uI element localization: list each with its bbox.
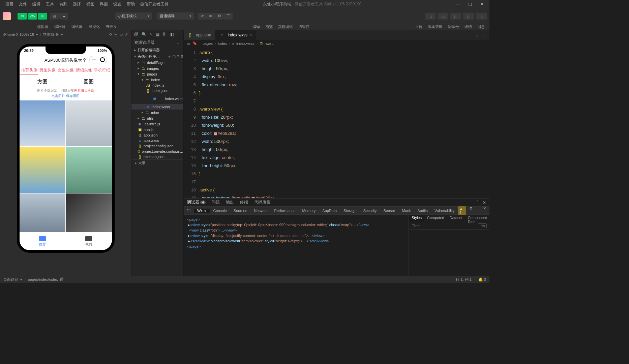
menu-编辑[interactable]: 编辑 bbox=[30, 0, 43, 8]
image-cell[interactable] bbox=[20, 100, 65, 146]
file-pcjson[interactable]: {}project.config.json bbox=[131, 143, 183, 149]
devtool-tab-network[interactable]: Network bbox=[250, 209, 271, 213]
refresh-icon[interactable]: ⟳ bbox=[198, 13, 206, 20]
more-icon[interactable]: … bbox=[177, 40, 181, 45]
minimize-button[interactable]: — bbox=[453, 2, 462, 6]
files-icon[interactable]: 🗐 bbox=[134, 32, 138, 37]
devtool-tab-appdata[interactable]: AppData bbox=[319, 209, 340, 213]
devtool-tab-mock[interactable]: Mock bbox=[398, 209, 414, 213]
tab-quality[interactable]: 代码质量 bbox=[254, 200, 270, 205]
filter-input[interactable]: Filter bbox=[412, 224, 420, 228]
tab-appjson[interactable]: {}app.json bbox=[184, 30, 215, 40]
more-icon[interactable]: … bbox=[482, 33, 486, 37]
toggle-cloud[interactable]: ☁ bbox=[59, 13, 68, 20]
clear-cache-icon[interactable]: ☰ bbox=[224, 13, 233, 20]
image-cell[interactable] bbox=[66, 147, 112, 193]
tab-indexwxss[interactable]: ≡index.wxss× bbox=[215, 30, 256, 40]
file-ppcjson[interactable]: {}project.private.config.js… bbox=[131, 149, 183, 154]
image-cell[interactable] bbox=[20, 147, 65, 193]
devtool-tab-vulnerability[interactable]: Vulnerability bbox=[431, 209, 458, 213]
tab-debugger[interactable]: 调试器 4 bbox=[187, 200, 206, 205]
ext-icon[interactable]: ▦ bbox=[156, 32, 159, 37]
open-editors[interactable]: ▸打开的编辑器 bbox=[131, 47, 183, 53]
devtool-tab-audits[interactable]: Audits bbox=[414, 209, 431, 213]
bookmark-icon[interactable]: 🔖 bbox=[192, 41, 197, 46]
devtool-tab-security[interactable]: Security bbox=[360, 209, 380, 213]
menu-视图[interactable]: 视图 bbox=[84, 0, 97, 8]
file-eslintrc[interactable]: ◉.eslintrc.js bbox=[131, 121, 183, 127]
toolbar-right[interactable]: ⬚ bbox=[463, 13, 474, 20]
devtool-tab-console[interactable]: Console bbox=[210, 209, 230, 213]
devtool-tab-performance[interactable]: Performance bbox=[271, 209, 299, 213]
devtool-tab-memory[interactable]: Memory bbox=[299, 209, 319, 213]
category-tab[interactable]: 推荐头像 bbox=[20, 66, 38, 75]
tab-circle[interactable]: 圆图 bbox=[66, 79, 112, 85]
sim-action-icon[interactable]: ✂ bbox=[114, 32, 117, 37]
mode-select[interactable]: 小程序模式 bbox=[115, 12, 152, 20]
toggle-debugger[interactable]: ≡ bbox=[38, 13, 47, 20]
toggle-visual[interactable]: ▤ bbox=[50, 13, 59, 20]
inspect-icon[interactable]: ⬚ bbox=[184, 207, 194, 214]
file-indexjs[interactable]: JSindex.js bbox=[131, 83, 183, 88]
category-tab[interactable]: 情侣头像 bbox=[75, 66, 93, 75]
style-tab[interactable]: Computed bbox=[424, 215, 447, 222]
tabbar-recommend[interactable]: 推荐 bbox=[20, 232, 66, 250]
toolbar-right[interactable]: ⬚ bbox=[450, 13, 461, 20]
file-appwxss[interactable]: ≡app.wxss bbox=[131, 138, 183, 143]
menu-项目[interactable]: 项目 bbox=[3, 0, 16, 8]
preview-icon[interactable]: 👁 bbox=[206, 13, 215, 20]
toggle-editor[interactable]: </> bbox=[28, 13, 37, 20]
code-area[interactable]: 12345678910111213141516171819 .warp { wi… bbox=[184, 47, 489, 198]
warning-badge[interactable]: ▲ 4 bbox=[458, 206, 466, 215]
menu-微信开发者工具[interactable]: 微信开发者工具 bbox=[138, 0, 171, 8]
file-indexwxml[interactable]: ▦index.wxml bbox=[131, 93, 183, 104]
cls-button[interactable]: .cls bbox=[478, 223, 487, 228]
breadcrumb[interactable]: ☰ 🔖 pages› index› ≡ index.wxss› ⧉ .warp bbox=[184, 40, 489, 47]
menu-工具[interactable]: 工具 bbox=[43, 0, 57, 8]
maximize-button[interactable]: ▢ bbox=[465, 2, 475, 6]
devtool-tab-storage[interactable]: Storage bbox=[340, 209, 360, 213]
remote-debug-icon[interactable]: ⚙ bbox=[215, 13, 224, 20]
toolbar-right[interactable]: ⬚ bbox=[438, 13, 448, 20]
file-indexwxss[interactable]: ≡index.wxss bbox=[131, 104, 183, 110]
category-tab[interactable]: 手机壁纸 bbox=[93, 66, 111, 75]
split-icon[interactable]: ▯ bbox=[476, 33, 479, 37]
menu-帮助[interactable]: 帮助 bbox=[124, 0, 138, 8]
tab-output[interactable]: 输出 bbox=[226, 200, 234, 205]
compile-select[interactable]: 普通编译 bbox=[157, 12, 194, 20]
file-indexjson[interactable]: {}index.json bbox=[131, 88, 183, 93]
toggle-simulator[interactable]: ▭ bbox=[18, 13, 27, 20]
close-tab-icon[interactable]: × bbox=[249, 33, 252, 37]
folder-detailpage[interactable]: ▸🗀detailPage bbox=[131, 60, 183, 65]
tabbar-mine[interactable]: 我的 bbox=[66, 232, 112, 250]
style-tab[interactable]: Dataset bbox=[447, 215, 465, 222]
chevron-up-icon[interactable]: ˄ bbox=[477, 200, 479, 205]
sim-action-icon[interactable]: ↗ bbox=[125, 32, 128, 37]
ext2-icon[interactable]: ◧ bbox=[170, 32, 174, 37]
capsule[interactable]: ••• bbox=[89, 56, 107, 63]
menu-文件[interactable]: 文件 bbox=[16, 0, 30, 8]
folder-mine[interactable]: ▸🗀mine bbox=[131, 110, 183, 115]
project-avatar[interactable] bbox=[3, 12, 11, 20]
close-icon[interactable]: ✕ bbox=[483, 206, 486, 215]
tab-square[interactable]: 方图 bbox=[20, 79, 66, 85]
style-tab[interactable]: Component Data bbox=[465, 215, 489, 222]
devtool-tab-sources[interactable]: Sources bbox=[230, 209, 250, 213]
folder-images[interactable]: ▸🗀images bbox=[131, 65, 183, 71]
category-tab[interactable]: 动漫头像 bbox=[111, 66, 112, 75]
toolbar-right[interactable]: ⬚ bbox=[476, 13, 487, 20]
file-appjson[interactable]: {}app.json bbox=[131, 132, 183, 138]
db-icon[interactable]: 🗄 bbox=[163, 32, 167, 37]
menu-界面[interactable]: 界面 bbox=[97, 0, 111, 8]
menu-设置[interactable]: 设置 bbox=[111, 0, 124, 8]
devtool-tab-sensor[interactable]: Sensor bbox=[380, 209, 398, 213]
menu-选择[interactable]: 选择 bbox=[70, 0, 84, 8]
tip-link[interactable]: 点击图片 保存原图 bbox=[20, 94, 112, 98]
more-icon[interactable]: ⋮ bbox=[476, 206, 480, 215]
search-icon[interactable]: 🔍 bbox=[142, 32, 147, 37]
copy-icon[interactable]: 🗐 bbox=[60, 277, 64, 281]
file-appjs[interactable]: ▣app.js bbox=[131, 127, 183, 132]
tab-problems[interactable]: 问题 bbox=[212, 200, 220, 205]
gear-icon[interactable]: ⚙ bbox=[469, 206, 473, 215]
devtool-tab-wxml[interactable]: Wxml bbox=[194, 209, 210, 213]
